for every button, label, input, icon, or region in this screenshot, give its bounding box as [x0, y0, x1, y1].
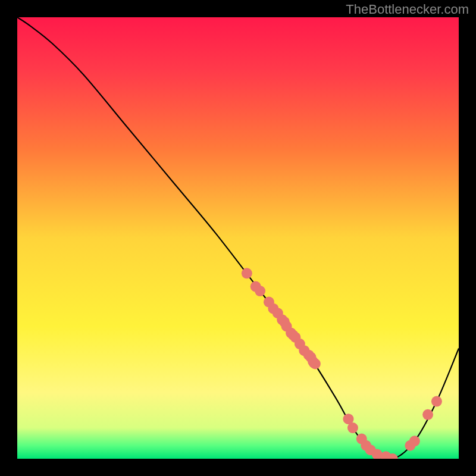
data-marker — [409, 436, 420, 446]
data-marker — [242, 268, 252, 278]
gradient-background — [17, 17, 459, 459]
chart-container: TheBottlenecker.com — [0, 0, 476, 476]
data-marker — [422, 409, 433, 420]
data-marker — [431, 396, 442, 407]
data-marker — [347, 422, 358, 433]
watermark-text: TheBottlenecker.com — [346, 2, 469, 17]
data-marker — [310, 358, 321, 369]
plot-area — [17, 17, 459, 459]
chart-svg — [17, 17, 459, 459]
data-marker — [255, 286, 265, 296]
